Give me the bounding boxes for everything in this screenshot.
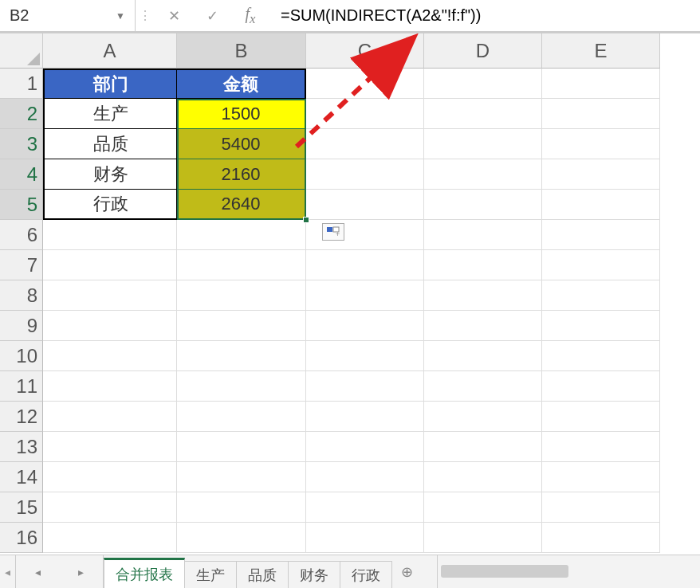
cell-B9[interactable] <box>177 311 306 341</box>
row-header-9[interactable]: 9 <box>0 311 43 341</box>
cell-B4[interactable]: 2160 <box>177 159 306 190</box>
cell-D3[interactable] <box>424 129 542 159</box>
cell-E9[interactable] <box>542 311 660 341</box>
row-header-14[interactable]: 14 <box>0 462 43 492</box>
formula-bar-handle-icon[interactable]: ⋮ <box>136 0 155 31</box>
cell-C14[interactable] <box>306 462 424 492</box>
cell-A2[interactable]: 生产 <box>43 99 177 129</box>
cell-D7[interactable] <box>424 250 542 280</box>
cell-E5[interactable] <box>542 190 660 220</box>
cell-E12[interactable] <box>542 402 660 432</box>
row-header-15[interactable]: 15 <box>0 492 43 523</box>
cell-C12[interactable] <box>306 402 424 432</box>
column-header-E[interactable]: E <box>542 33 660 69</box>
cell-D2[interactable] <box>424 99 542 129</box>
row-header-8[interactable]: 8 <box>0 280 43 311</box>
row-header-10[interactable]: 10 <box>0 341 43 371</box>
cell-E14[interactable] <box>542 462 660 492</box>
row-header-12[interactable]: 12 <box>0 402 43 432</box>
column-header-B[interactable]: B <box>177 33 306 69</box>
enter-formula-button[interactable]: ✓ <box>193 0 231 31</box>
cell-D8[interactable] <box>424 280 542 311</box>
cell-B7[interactable] <box>177 250 306 280</box>
row-header-13[interactable]: 13 <box>0 432 43 462</box>
cell-A9[interactable] <box>43 311 177 341</box>
row-header-11[interactable]: 11 <box>0 371 43 402</box>
row-header-3[interactable]: 3 <box>0 129 43 159</box>
cell-E7[interactable] <box>542 250 660 280</box>
sheet-tab-生产[interactable]: 生产 <box>185 561 237 588</box>
fill-handle[interactable] <box>303 217 309 223</box>
row-header-16[interactable]: 16 <box>0 523 43 553</box>
cell-B1[interactable]: 金额 <box>177 69 306 99</box>
cell-A6[interactable] <box>43 220 177 250</box>
sheet-tab-行政[interactable]: 行政 <box>340 561 392 588</box>
cell-A1[interactable]: 部门 <box>43 69 177 99</box>
cell-B12[interactable] <box>177 402 306 432</box>
cell-E15[interactable] <box>542 492 660 523</box>
row-header-2[interactable]: 2 <box>0 99 43 129</box>
autofill-options-button[interactable]: + <box>322 223 344 241</box>
scrollbar-thumb[interactable] <box>441 565 568 578</box>
chevron-down-icon[interactable]: ▼ <box>116 10 125 22</box>
cell-C1[interactable] <box>306 69 424 99</box>
cell-E3[interactable] <box>542 129 660 159</box>
cell-E4[interactable] <box>542 159 660 190</box>
cell-D11[interactable] <box>424 371 542 402</box>
row-header-6[interactable]: 6 <box>0 220 43 250</box>
cell-E10[interactable] <box>542 341 660 371</box>
horizontal-scrollbar[interactable] <box>437 555 700 588</box>
cell-D5[interactable] <box>424 190 542 220</box>
cell-D14[interactable] <box>424 462 542 492</box>
sheet-tab-财务[interactable]: 财务 <box>289 561 340 588</box>
cell-D13[interactable] <box>424 432 542 462</box>
scroll-first-icon[interactable]: ◂ <box>0 555 16 588</box>
cell-B2[interactable]: 1500 <box>177 99 306 129</box>
select-all-corner[interactable] <box>0 33 43 69</box>
formula-input[interactable] <box>269 0 700 31</box>
cell-C16[interactable] <box>306 523 424 553</box>
cell-E1[interactable] <box>542 69 660 99</box>
row-header-5[interactable]: 5 <box>0 190 43 220</box>
cell-B11[interactable] <box>177 371 306 402</box>
sheet-tab-合并报表[interactable]: 合并报表 <box>104 558 185 588</box>
cell-B13[interactable] <box>177 432 306 462</box>
cell-A4[interactable]: 财务 <box>43 159 177 190</box>
cell-A5[interactable]: 行政 <box>43 190 177 220</box>
cell-A8[interactable] <box>43 280 177 311</box>
cell-E6[interactable] <box>542 220 660 250</box>
cell-A16[interactable] <box>43 523 177 553</box>
cell-D6[interactable] <box>424 220 542 250</box>
column-header-D[interactable]: D <box>424 33 542 69</box>
cell-D16[interactable] <box>424 523 542 553</box>
row-header-4[interactable]: 4 <box>0 159 43 190</box>
cell-C3[interactable] <box>306 129 424 159</box>
cell-C13[interactable] <box>306 432 424 462</box>
cell-C4[interactable] <box>306 159 424 190</box>
cell-D4[interactable] <box>424 159 542 190</box>
cell-C11[interactable] <box>306 371 424 402</box>
cell-D1[interactable] <box>424 69 542 99</box>
cell-B5[interactable]: 2640 <box>177 190 306 220</box>
sheet-tab-品质[interactable]: 品质 <box>237 561 289 588</box>
cell-D15[interactable] <box>424 492 542 523</box>
insert-function-button[interactable]: fx <box>231 0 269 31</box>
cell-A3[interactable]: 品质 <box>43 129 177 159</box>
nav-prev-icon[interactable]: ◂ <box>35 566 41 578</box>
cell-A15[interactable] <box>43 492 177 523</box>
cell-E11[interactable] <box>542 371 660 402</box>
cell-B15[interactable] <box>177 492 306 523</box>
cell-A12[interactable] <box>43 402 177 432</box>
cell-A7[interactable] <box>43 250 177 280</box>
cell-A11[interactable] <box>43 371 177 402</box>
row-header-1[interactable]: 1 <box>0 69 43 99</box>
cell-D12[interactable] <box>424 402 542 432</box>
column-header-C[interactable]: C <box>306 33 424 69</box>
cell-B6[interactable] <box>177 220 306 250</box>
cell-D10[interactable] <box>424 341 542 371</box>
cell-C8[interactable] <box>306 280 424 311</box>
cell-A10[interactable] <box>43 341 177 371</box>
cell-B3[interactable]: 5400 <box>177 129 306 159</box>
nav-next-icon[interactable]: ▸ <box>78 566 84 578</box>
cell-B10[interactable] <box>177 341 306 371</box>
